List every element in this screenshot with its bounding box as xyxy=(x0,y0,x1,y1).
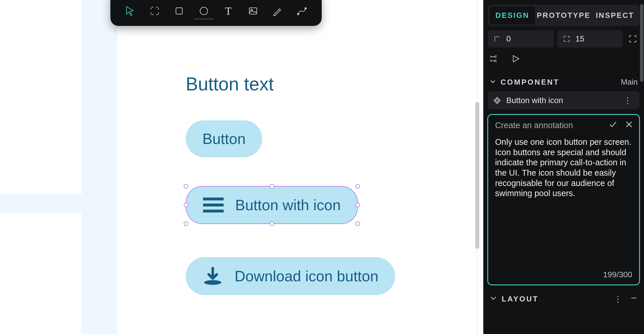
svg-point-0 xyxy=(204,280,221,285)
chevron-down-icon[interactable] xyxy=(490,294,497,304)
layout-more-icon[interactable]: ⋮ xyxy=(614,294,622,304)
svg-point-2 xyxy=(200,7,208,15)
canvas-button-plain[interactable]: Button xyxy=(186,120,262,157)
button-label: Download icon button xyxy=(235,267,378,285)
chevron-down-icon[interactable] xyxy=(490,78,496,87)
svg-point-5 xyxy=(298,14,299,15)
scrollbar-thumb[interactable] xyxy=(475,102,479,249)
left-gutter xyxy=(0,0,81,334)
canvas-frame[interactable]: Button text Button Button with icon Down… xyxy=(81,0,478,334)
annotation-placeholder: Create an annotation xyxy=(495,121,573,130)
rotation-input[interactable]: 0 xyxy=(488,30,554,48)
tab-prototype[interactable]: PROTOTYPE xyxy=(537,6,591,24)
gutter-cut xyxy=(0,0,81,194)
selection-handle-ne[interactable] xyxy=(355,184,360,189)
heading-button-text: Button text xyxy=(186,73,274,95)
rotation-value: 0 xyxy=(506,34,511,43)
selection-handle-n[interactable] xyxy=(270,184,274,189)
close-icon[interactable] xyxy=(625,120,633,131)
tool-frame[interactable] xyxy=(143,1,166,21)
tool-indicator xyxy=(194,18,214,20)
component-name: Button with icon xyxy=(506,96,616,105)
download-icon xyxy=(202,267,223,285)
component-main-label[interactable]: Main xyxy=(621,78,638,87)
annotation-counter: 199/300 xyxy=(488,270,639,284)
individual-corners-toggle[interactable] xyxy=(626,32,639,45)
selection-handle-s[interactable] xyxy=(270,221,274,226)
annotation-textarea[interactable]: Only use one icon button per screen. Ico… xyxy=(488,135,639,270)
svg-point-6 xyxy=(305,8,306,9)
play-icon[interactable] xyxy=(511,54,521,66)
tab-design[interactable]: DESIGN xyxy=(490,6,535,24)
tool-image[interactable] xyxy=(242,1,264,21)
properties-panel: DESIGN PROTOTYPE INSPECT 0 15 COMPONENT … xyxy=(483,0,644,334)
button-label: Button xyxy=(202,130,246,147)
button-label: Button with icon xyxy=(235,196,341,214)
check-icon[interactable] xyxy=(609,120,617,131)
svg-rect-1 xyxy=(176,8,182,14)
layout-section-head: LAYOUT ⋮ xyxy=(490,294,638,304)
tool-select[interactable] xyxy=(119,1,141,21)
minus-icon[interactable] xyxy=(630,294,638,304)
selection-handle-e[interactable] xyxy=(355,203,360,207)
radius-input[interactable]: 15 xyxy=(557,30,623,48)
panel-scrollbar-thumb[interactable] xyxy=(640,4,643,82)
section-title-component: COMPONENT xyxy=(501,78,559,87)
rotation-icon xyxy=(494,35,501,43)
resize-play-row xyxy=(490,54,644,66)
canvas-scrollbar[interactable] xyxy=(475,4,479,329)
selection-handle-sw[interactable] xyxy=(184,221,188,226)
tool-curve[interactable] xyxy=(291,1,313,21)
section-title-layout: LAYOUT xyxy=(502,295,539,303)
tool-rectangle[interactable] xyxy=(168,1,190,21)
selection-handle-se[interactable] xyxy=(355,221,360,226)
artboard[interactable]: Button text Button Button with icon Down… xyxy=(117,0,477,334)
canvas-button-download[interactable]: Download icon button xyxy=(186,257,395,295)
selection-handle-w[interactable] xyxy=(184,203,188,207)
tool-pen[interactable] xyxy=(266,1,288,21)
component-name-row[interactable]: Button with icon ⋮ xyxy=(488,91,639,109)
svg-rect-3 xyxy=(249,8,257,14)
gutter-cut xyxy=(0,213,81,334)
panel-tabs: DESIGN PROTOTYPE INSPECT xyxy=(488,5,639,26)
floating-toolbar: T xyxy=(110,0,322,26)
annotation-header: Create an annotation xyxy=(488,115,639,135)
radius-icon xyxy=(563,35,570,43)
resize-icon[interactable] xyxy=(490,54,500,66)
annotation-box: Create an annotation Only use one icon b… xyxy=(487,114,640,285)
radius-value: 15 xyxy=(576,34,584,43)
tool-ellipse[interactable] xyxy=(193,1,215,21)
component-icon xyxy=(493,96,501,105)
component-section-head: COMPONENT Main xyxy=(490,78,638,87)
tool-text[interactable]: T xyxy=(217,1,239,21)
tab-inspect[interactable]: INSPECT xyxy=(592,6,638,24)
hamburger-icon xyxy=(203,198,224,212)
canvas-button-with-icon[interactable]: Button with icon xyxy=(186,186,358,224)
selection-handle-nw[interactable] xyxy=(184,184,188,189)
component-more-icon[interactable]: ⋮ xyxy=(621,95,634,105)
transform-row: 0 15 xyxy=(488,30,639,48)
